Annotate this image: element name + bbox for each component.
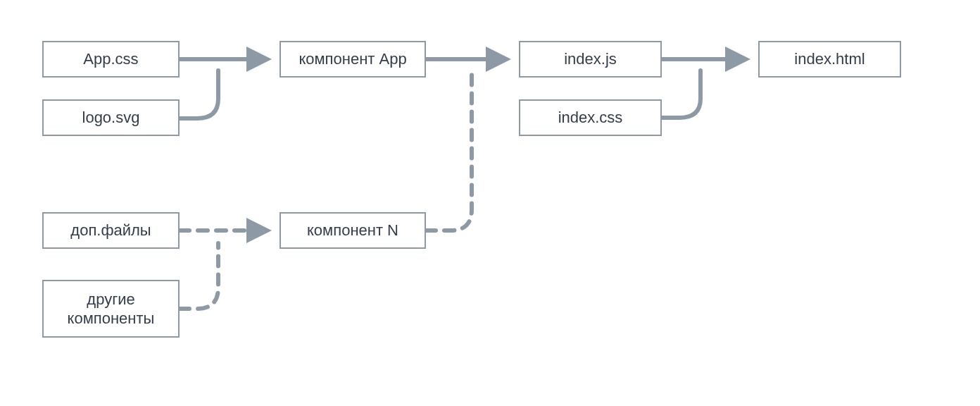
label: доп.файлы — [70, 221, 151, 240]
node-index-js: index.js — [519, 41, 662, 78]
node-logo-svg: logo.svg — [42, 99, 180, 136]
node-extra-files: доп.файлы — [42, 212, 180, 249]
label: logo.svg — [82, 108, 140, 128]
label: другие компоненты — [68, 290, 155, 328]
label: компонент N — [307, 221, 398, 240]
label: index.js — [564, 49, 617, 69]
node-component-app: компонент App — [279, 41, 426, 78]
node-index-html: index.html — [758, 41, 901, 78]
label: компонент App — [299, 49, 406, 69]
node-app-css: App.css — [42, 41, 180, 78]
label: App.css — [83, 49, 138, 69]
node-index-css: index.css — [519, 99, 662, 136]
label: index.html — [794, 49, 865, 69]
node-other-components: другие компоненты — [42, 280, 180, 338]
label: index.css — [558, 108, 623, 128]
node-component-n: компонент N — [279, 212, 426, 249]
